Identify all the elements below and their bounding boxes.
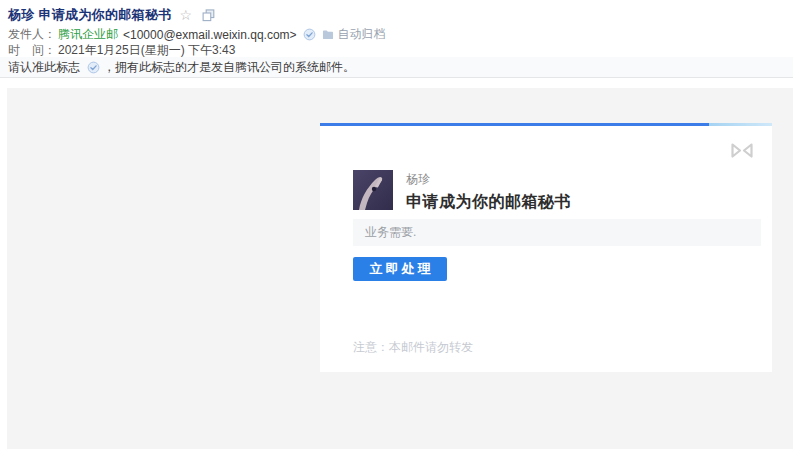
open-in-new-window-icon[interactable] <box>202 9 215 22</box>
mail-read-view: 杨珍 申请成为你的邮箱秘书 ☆ 发件人： 腾讯企业邮 <10000@exmail… <box>0 0 793 449</box>
applicant-profile: 杨珍 申请成为你的邮箱秘书 <box>353 170 571 213</box>
applicant-name: 杨珍 <box>406 171 571 188</box>
card-accent-bar <box>320 123 772 126</box>
verified-badge-icon[interactable] <box>303 28 316 41</box>
verified-notice-bar: 请认准此标志 ，拥有此标志的才是发自腾讯公司的系统邮件。 <box>0 57 793 78</box>
archive-folder-icon[interactable] <box>322 29 334 40</box>
sender-label: 发件人： <box>8 26 56 43</box>
sender-address: <10000@exmail.weixin.qq.com> <box>123 28 297 42</box>
do-not-forward-note: 注意：本邮件请勿转发 <box>353 339 473 356</box>
exmail-bowtie-logo-icon <box>730 142 754 163</box>
verified-badge-icon <box>87 61 100 74</box>
sender-row: 发件人： 腾讯企业邮 <10000@exmail.weixin.qq.com> … <box>8 26 386 43</box>
mail-card: 杨珍 申请成为你的邮箱秘书 业务需要. 立即处理 注意：本邮件请勿转发 <box>320 123 772 372</box>
sender-avatar-image <box>353 170 393 210</box>
email-subject: 杨珍 申请成为你的邮箱秘书 <box>8 6 172 24</box>
profile-text: 杨珍 申请成为你的邮箱秘书 <box>406 170 571 213</box>
notice-text-suffix: ，拥有此标志的才是发自腾讯公司的系统邮件。 <box>103 59 355 76</box>
mail-content-area: 杨珍 申请成为你的邮箱秘书 业务需要. 立即处理 注意：本邮件请勿转发 <box>7 88 793 449</box>
handle-now-button[interactable]: 立即处理 <box>353 257 447 281</box>
star-icon[interactable]: ☆ <box>180 8 193 22</box>
card-title: 申请成为你的邮箱秘书 <box>406 192 571 213</box>
notice-text-prefix: 请认准此标志 <box>8 59 80 76</box>
application-message: 业务需要. <box>353 219 761 246</box>
subject-row: 杨珍 申请成为你的邮箱秘书 ☆ <box>8 6 215 24</box>
sender-name[interactable]: 腾讯企业邮 <box>58 26 118 43</box>
auto-archive-link[interactable]: 自动归档 <box>338 26 386 43</box>
